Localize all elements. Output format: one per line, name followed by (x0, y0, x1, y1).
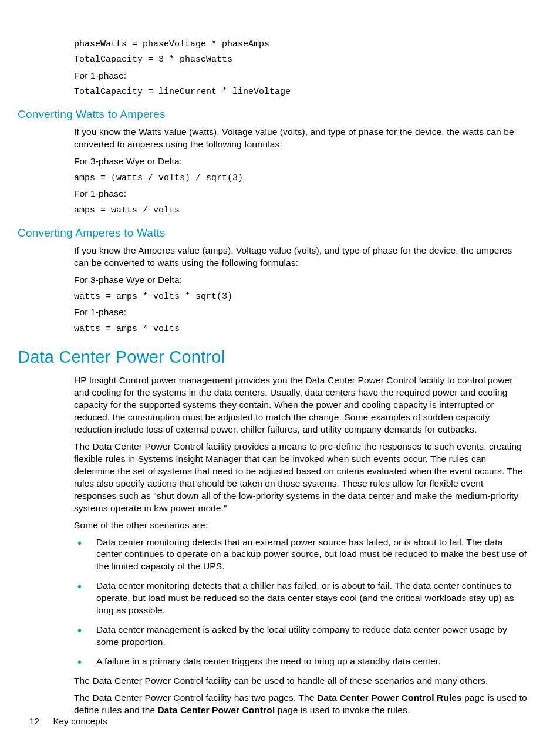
list-item: Data center monitoring detects that a ch… (74, 580, 528, 617)
list-item: Data center monitoring detects that an e… (74, 536, 528, 573)
footer-chapter-title: Key concepts (53, 716, 107, 726)
list-item: A failure in a primary data center trigg… (74, 656, 528, 668)
document-page: phaseWatts = phaseVoltage * phaseAmps To… (0, 0, 560, 746)
heading-converting-amperes-to-watts: Converting Amperes to Watts (18, 225, 528, 241)
body-text: For 1-phase: (74, 188, 528, 200)
page-number: 12 (29, 716, 50, 726)
body-text: For 3-phase Wye or Delta: (74, 274, 528, 286)
heading-data-center-power-control: Data Center Power Control (18, 346, 528, 369)
bold-text: Data Center Power Control Rules (317, 693, 462, 703)
bullet-list: Data center monitoring detects that an e… (74, 536, 528, 668)
heading-converting-watts-to-amperes: Converting Watts to Amperes (18, 107, 528, 122)
page-content: phaseWatts = phaseVoltage * phaseAmps To… (74, 39, 528, 717)
list-item: Data center management is asked by the l… (74, 624, 528, 649)
body-text: Some of the other scenarios are: (74, 519, 528, 532)
code-line: amps = watts / volts (74, 205, 528, 217)
code-line: amps = (watts / volts) / sqrt(3) (74, 173, 528, 184)
body-text: If you know the Amperes value (amps), Vo… (74, 245, 528, 269)
body-text-span: The Data Center Power Control facility h… (74, 693, 317, 703)
bold-text: Data Center Power Control (158, 705, 275, 715)
code-line: phaseWatts = phaseVoltage * phaseAmps (74, 39, 528, 50)
code-line: TotalCapacity = 3 * phaseWatts (74, 54, 528, 66)
code-line: watts = amps * volts * sqrt(3) (74, 291, 528, 303)
body-text: The Data Center Power Control facility h… (74, 692, 528, 717)
code-line: watts = amps * volts (74, 323, 528, 335)
page-footer: 12 Key concepts (29, 716, 107, 726)
body-text: For 3-phase Wye or Delta: (74, 156, 528, 168)
body-text: If you know the Watts value (watts), Vol… (74, 126, 528, 151)
body-text: For 1-phase: (74, 306, 528, 319)
body-text: HP Insight Control power management prov… (74, 374, 528, 436)
code-line: TotalCapacity = lineCurrent * lineVoltag… (74, 86, 528, 98)
body-text: For 1-phase: (74, 70, 528, 82)
body-text: The Data Center Power Control facility c… (74, 675, 528, 687)
body-text-span: page is used to invoke the rules. (275, 705, 410, 715)
body-text: The Data Center Power Control facility p… (74, 441, 528, 515)
